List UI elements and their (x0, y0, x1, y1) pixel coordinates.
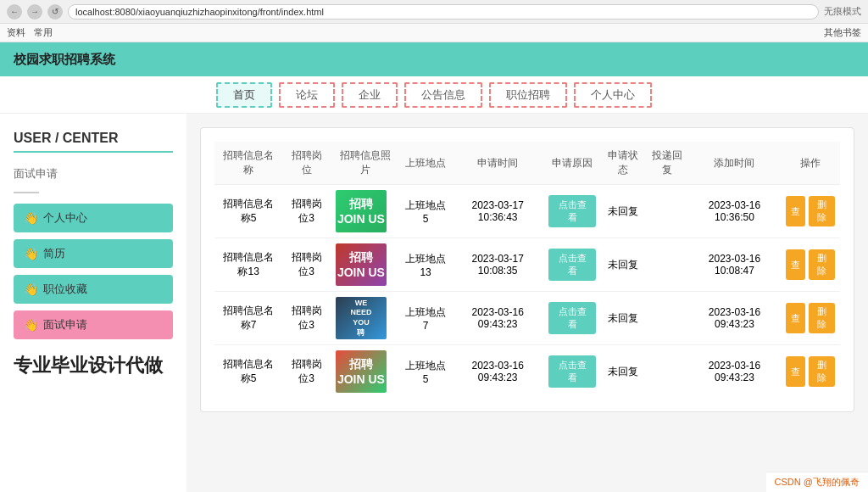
table-row: 招聘信息名称13 招聘岗位3 招聘JOIN US 上班地点13 2023-03-… (214, 238, 840, 292)
nav-item-notice[interactable]: 公告信息 (404, 82, 482, 108)
cell-ops: 查 删除 (781, 185, 840, 238)
cell-reason[interactable]: 点击查看 (543, 345, 601, 399)
hand-icon-4: 👋 (24, 318, 38, 332)
bookmark-1[interactable]: 资料 (7, 26, 25, 39)
content-area: 招聘信息名称 招聘岗位 招聘信息照片 上班地点 申请时间 申请原因 申请状态 投… (186, 114, 868, 492)
cell-reply (645, 185, 688, 238)
browser-actions: 无痕模式 (824, 5, 861, 18)
main-layout: USER / CENTER 面试申请 👋 个人中心 👋 简历 👋 职位收藏 👋 … (0, 114, 868, 492)
delete-button[interactable]: 删除 (809, 356, 835, 387)
col-header-name: 招聘信息名称 (214, 142, 282, 185)
nav-item-profile[interactable]: 个人中心 (574, 82, 652, 108)
view-reason-button[interactable]: 点击查看 (548, 302, 596, 334)
cell-location: 上班地点5 (399, 345, 452, 399)
bookmarks-bar: 资料 常用 其他书签 (0, 24, 868, 42)
view-reason-button[interactable]: 点击查看 (548, 355, 596, 388)
delete-button[interactable]: 删除 (809, 196, 835, 226)
hand-icon-1: 👋 (24, 211, 38, 225)
cell-position: 招聘岗位3 (282, 238, 331, 292)
view-reason-button[interactable]: 点击查看 (548, 195, 596, 227)
cell-photo: WENEEDYOU聘 (331, 292, 399, 345)
sidebar-title: USER / CENTER (14, 131, 173, 146)
table-row: 招聘信息名称5 招聘岗位3 招聘JOIN US 上班地点5 2023-03-16… (214, 345, 840, 399)
sidebar-item-personal[interactable]: 👋 个人中心 (14, 204, 173, 232)
cell-ops: 查 删除 (781, 345, 840, 399)
cell-status: 未回复 (601, 292, 644, 345)
bookmark-2[interactable]: 常用 (34, 26, 53, 39)
sidebar-item-interview[interactable]: 👋 面试申请 (14, 310, 173, 339)
delete-button[interactable]: 删除 (809, 249, 835, 280)
sidebar-item-personal-label: 个人中心 (43, 210, 87, 226)
cell-add-time: 2023-03-16 10:36:50 (688, 185, 780, 238)
nav-item-jobs[interactable]: 职位招聘 (489, 82, 567, 108)
edit-button[interactable]: 查 (786, 196, 805, 226)
sidebar-item-favorites[interactable]: 👋 职位收藏 (14, 275, 173, 304)
cell-name: 招聘信息名称7 (214, 292, 282, 345)
cell-status: 未回复 (601, 185, 644, 238)
table-row: 招聘信息名称7 招聘岗位3 WENEEDYOU聘 上班地点7 2023-03-1… (214, 292, 840, 345)
browser-chrome: ← → ↺ localhost:8080/xiaoyuanqiuzhizhaop… (0, 0, 868, 24)
hand-icon-2: 👋 (24, 247, 38, 260)
cell-add-time: 2023-03-16 09:43:23 (688, 345, 780, 399)
cell-name: 招聘信息名称5 (214, 345, 282, 399)
cell-apply-time: 2023-03-16 09:43:23 (452, 345, 543, 399)
cell-location: 上班地点13 (399, 238, 452, 292)
cell-name: 招聘信息名称13 (214, 238, 282, 292)
url-bar[interactable]: localhost:8080/xiaoyuanqiuzhizhaopinxito… (68, 4, 819, 20)
col-header-reply: 投递回复 (645, 142, 688, 185)
cell-ops: 查 删除 (781, 238, 840, 292)
cell-position: 招聘岗位3 (282, 292, 331, 345)
cell-location: 上班地点7 (399, 292, 452, 345)
app-header: 校园求职招聘系统 (0, 42, 868, 76)
sidebar-item-favorites-label: 职位收藏 (43, 282, 87, 297)
back-button[interactable]: ← (7, 4, 22, 20)
cell-name: 招聘信息名称5 (214, 185, 282, 238)
forward-button[interactable]: → (27, 4, 42, 20)
col-header-ops: 操作 (781, 142, 840, 185)
edit-button[interactable]: 查 (786, 303, 805, 333)
cell-reply (645, 345, 688, 399)
nav-item-enterprise[interactable]: 企业 (342, 82, 398, 108)
csdn-label: CSDN @飞翔的佩奇 (775, 476, 860, 489)
cell-position: 招聘岗位3 (282, 345, 331, 399)
cell-add-time: 2023-03-16 09:43:23 (688, 292, 780, 345)
csdn-watermark: CSDN @飞翔的佩奇 (766, 472, 868, 492)
cell-position: 招聘岗位3 (282, 185, 331, 238)
nav-item-forum[interactable]: 论坛 (279, 82, 335, 108)
edit-button[interactable]: 查 (786, 356, 805, 387)
cell-reply (645, 292, 688, 345)
refresh-button[interactable]: ↺ (47, 4, 63, 20)
cell-reason[interactable]: 点击查看 (543, 185, 601, 238)
col-header-reason: 申请原因 (543, 142, 601, 185)
sidebar-item-resume-label: 简历 (43, 246, 65, 261)
watermark-text: 专业毕业设计代做 (14, 353, 173, 378)
col-header-photo: 招聘信息照片 (331, 142, 399, 185)
view-reason-button[interactable]: 点击查看 (548, 249, 596, 281)
cell-reason[interactable]: 点击查看 (543, 238, 601, 292)
cell-reply (645, 238, 688, 292)
cell-reason[interactable]: 点击查看 (543, 292, 601, 345)
nav-item-home[interactable]: 首页 (216, 82, 272, 108)
mode-label: 无痕模式 (824, 5, 861, 18)
cell-status: 未回复 (601, 238, 644, 292)
sidebar-section-line (14, 192, 39, 193)
cell-status: 未回复 (601, 345, 644, 399)
col-header-location: 上班地点 (399, 142, 452, 185)
col-header-position: 招聘岗位 (282, 142, 331, 185)
interview-table: 招聘信息名称 招聘岗位 招聘信息照片 上班地点 申请时间 申请原因 申请状态 投… (214, 142, 840, 398)
url-text: localhost:8080/xiaoyuanqiuzhizhaopinxito… (75, 7, 324, 17)
delete-button[interactable]: 删除 (809, 303, 835, 333)
cell-location: 上班地点5 (399, 185, 452, 238)
bookmark-other[interactable]: 其他书签 (824, 26, 861, 39)
hand-icon-3: 👋 (24, 282, 38, 296)
col-header-add-time: 添加时间 (688, 142, 780, 185)
sidebar: USER / CENTER 面试申请 👋 个人中心 👋 简历 👋 职位收藏 👋 … (0, 114, 186, 492)
cell-apply-time: 2023-03-16 09:43:23 (452, 292, 543, 345)
sidebar-section: 面试申请 (14, 166, 173, 182)
content-card: 招聘信息名称 招聘岗位 招聘信息照片 上班地点 申请时间 申请原因 申请状态 投… (200, 127, 854, 412)
col-header-apply-time: 申请时间 (452, 142, 543, 185)
edit-button[interactable]: 查 (786, 249, 805, 280)
app-title: 校园求职招聘系统 (14, 52, 115, 68)
nav-bar: 首页 论坛 企业 公告信息 职位招聘 个人中心 (0, 76, 868, 114)
sidebar-item-resume[interactable]: 👋 简历 (14, 239, 173, 268)
